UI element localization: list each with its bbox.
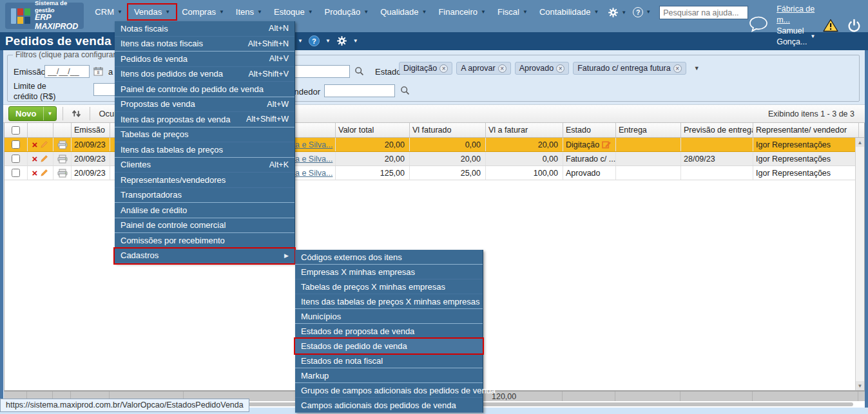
- menu-item[interactable]: Itens das propostas de venda Alt+Shift+W: [115, 112, 294, 127]
- edit-row-icon[interactable]: [40, 155, 48, 163]
- remove-chip-icon[interactable]: ×: [673, 64, 682, 73]
- menu-item[interactable]: Transportadoras: [115, 188, 294, 203]
- print-row-icon[interactable]: [57, 140, 68, 149]
- user-menu[interactable]: Samuel Gonça...▼: [776, 26, 815, 48]
- submenu-item[interactable]: Tabelas de preços X minhas empresas: [295, 279, 483, 294]
- page-help-icon[interactable]: ?: [309, 35, 320, 46]
- nav-item-itens[interactable]: Itens▼: [230, 5, 268, 19]
- submenu-item[interactable]: Estados de proposta de venda: [295, 324, 483, 339]
- chevron-down-icon[interactable]: ▼: [353, 38, 358, 44]
- menu-item[interactable]: Comissões por recebimento: [115, 233, 294, 249]
- delete-row-icon[interactable]: ×: [32, 140, 38, 149]
- estado-chip[interactable]: A aprovar×: [456, 62, 511, 75]
- filters-legend[interactable]: Filtros (clique para configurar): [13, 50, 121, 59]
- submenu-item[interactable]: Campos adicionais dos pedidos de venda: [295, 398, 483, 413]
- menu-item[interactable]: Painel de controle do pedido de venda: [115, 82, 294, 97]
- col-header-representante[interactable]: Representante/ vendedor: [753, 123, 859, 137]
- nav-item-fiscal[interactable]: Fiscal▼: [492, 5, 534, 19]
- remove-chip-icon[interactable]: ×: [556, 64, 564, 73]
- menu-item[interactable]: Análise de crédito: [115, 203, 294, 218]
- vendedor-filter-input[interactable]: [324, 84, 395, 97]
- edit-row-icon[interactable]: [40, 169, 48, 177]
- submenu-item[interactable]: Estados de pedido de venda: [295, 339, 483, 353]
- submenu-item[interactable]: Grupos de campos adicionais dos pedidos …: [295, 383, 483, 398]
- menu-item[interactable]: Cadastros ▶: [115, 249, 294, 264]
- col-header-vl-a-faturar[interactable]: Vl a faturar: [486, 123, 563, 137]
- menu-item[interactable]: Itens dos pedidos de venda Alt+Shift+V: [115, 67, 294, 82]
- menu-item[interactable]: Painel de controle comercial: [115, 218, 294, 234]
- client-link[interactable]: a e Silva...: [295, 155, 333, 164]
- row-checkbox[interactable]: [12, 169, 20, 177]
- submenu-item[interactable]: Estados de nota fiscal: [295, 353, 483, 368]
- novo-button[interactable]: Novo ▼: [8, 106, 57, 121]
- refresh-button[interactable]: [69, 108, 84, 120]
- menu-item[interactable]: Clientes Alt+K: [115, 158, 294, 173]
- menu-item[interactable]: Pedidos de venda Alt+V: [115, 52, 294, 67]
- submenu-item[interactable]: Municípios: [295, 309, 483, 324]
- search-icon[interactable]: [400, 86, 410, 95]
- submenu-item[interactable]: Itens das tabelas de preços X minhas emp…: [295, 294, 483, 309]
- estado-edit-icon[interactable]: [602, 140, 612, 149]
- nav-item-compras[interactable]: Compras▼: [176, 5, 230, 19]
- cell-estado: Aprovado: [563, 166, 616, 180]
- print-row-icon[interactable]: [57, 169, 68, 178]
- estado-chip[interactable]: Faturado c/ entrega futura×: [573, 62, 686, 75]
- remove-chip-icon[interactable]: ×: [498, 64, 506, 73]
- nav-item-financeiro[interactable]: Financeiro▼: [432, 5, 492, 19]
- nav-item-vendas[interactable]: Vendas▼: [128, 5, 176, 19]
- col-header-entrega[interactable]: Entrega: [616, 123, 681, 137]
- client-link[interactable]: a e Silva...: [295, 169, 333, 178]
- app-logo[interactable]: Sistema de gestão ERP MAXIPROD: [5, 3, 84, 29]
- submenu-item[interactable]: Markup: [295, 368, 483, 383]
- menu-item[interactable]: Tabelas de preços: [115, 127, 294, 143]
- col-header-previsao[interactable]: Previsão de entrega: [681, 123, 753, 137]
- emissao-from-input[interactable]: [44, 65, 90, 78]
- nav-item-estoque[interactable]: Estoque▼: [268, 5, 319, 19]
- submenu-item[interactable]: Empresas X minhas empresas: [295, 265, 483, 279]
- help-button[interactable]: ? ▼: [630, 6, 654, 19]
- menu-item[interactable]: Itens das notas fiscais Alt+Shift+N: [115, 37, 294, 52]
- remove-chip-icon[interactable]: ×: [439, 64, 448, 73]
- row-checkbox[interactable]: [12, 155, 20, 163]
- page-gear-icon[interactable]: [336, 35, 347, 46]
- estado-chip[interactable]: Digitação×: [399, 62, 452, 75]
- menu-item[interactable]: Notas fiscais Alt+N: [115, 21, 294, 37]
- chat-bubble-icon[interactable]: [748, 15, 769, 35]
- delete-row-icon[interactable]: ×: [32, 154, 38, 164]
- settings-gear-button[interactable]: ▼: [604, 6, 630, 19]
- chevron-down-icon[interactable]: ▼: [325, 38, 331, 44]
- client-link[interactable]: a e Silva...: [295, 140, 333, 149]
- col-header-emissao[interactable]: Emissão: [72, 123, 110, 137]
- company-link[interactable]: Fábrica de m...: [776, 4, 815, 26]
- menu-item-label: Notas fiscais: [121, 24, 168, 33]
- nav-item-contabilidade[interactable]: Contabilidade▼: [534, 5, 604, 19]
- delete-row-icon[interactable]: ×: [32, 168, 38, 178]
- estado-dropdown-caret[interactable]: ▼: [694, 65, 700, 71]
- nav-item-qualidade[interactable]: Qualidade▼: [374, 5, 432, 19]
- col-header-estado[interactable]: Estado: [563, 123, 616, 137]
- menu-item[interactable]: Propostas de venda Alt+W: [115, 97, 294, 113]
- grid-vertical-scrollbar[interactable]: ▲ ▼: [855, 138, 864, 390]
- estado-chip[interactable]: Aprovado×: [515, 62, 570, 75]
- edit-row-icon[interactable]: [40, 140, 48, 149]
- menu-item[interactable]: Representantes/vendedores: [115, 173, 294, 188]
- menu-item[interactable]: Itens das tabelas de preços: [115, 142, 294, 158]
- col-header-valor-total[interactable]: Valor total: [336, 123, 410, 137]
- scroll-down-arrow[interactable]: ▼: [856, 381, 865, 390]
- select-all-checkbox[interactable]: [12, 126, 20, 135]
- warning-triangle-icon[interactable]: [823, 19, 838, 32]
- help-search-input[interactable]: [659, 6, 748, 19]
- calendar-icon[interactable]: 8: [93, 66, 103, 76]
- submenu-item[interactable]: Códigos externos dos itens: [295, 250, 483, 265]
- logout-power-button[interactable]: [846, 17, 862, 33]
- col-header-vl-faturado[interactable]: Vl faturado: [410, 123, 486, 137]
- chevron-down-icon[interactable]: ▼: [298, 38, 303, 44]
- submenu-item-label: Tabelas de preços X minhas empresas: [301, 282, 445, 292]
- row-checkbox[interactable]: [12, 140, 20, 149]
- nav-item-crm[interactable]: CRM▼: [89, 5, 128, 19]
- print-row-icon[interactable]: [57, 155, 68, 164]
- novo-dropdown-caret[interactable]: ▼: [43, 107, 57, 120]
- scroll-up-arrow[interactable]: ▲: [856, 138, 865, 147]
- search-icon[interactable]: [354, 66, 364, 76]
- nav-item-producao[interactable]: Produção▼: [319, 5, 375, 19]
